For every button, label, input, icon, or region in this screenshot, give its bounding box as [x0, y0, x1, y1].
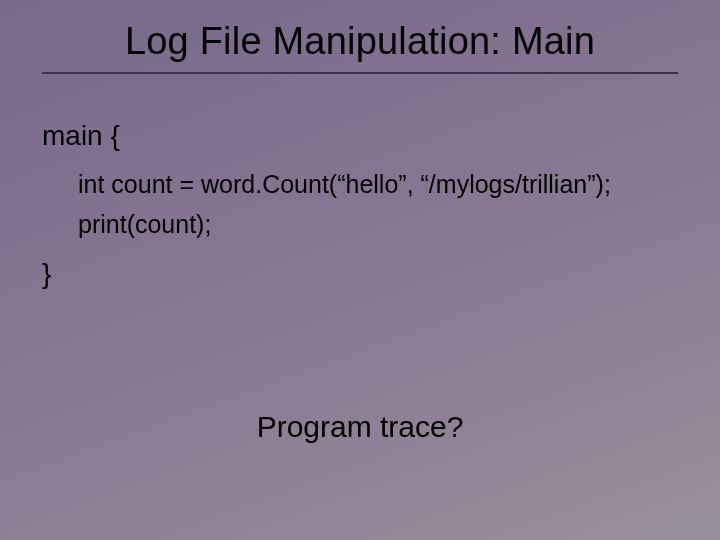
slide-title: Log File Manipulation: Main	[0, 20, 720, 63]
title-underline	[42, 72, 678, 74]
code-line-2: print(count);	[78, 210, 211, 239]
code-main-close: }	[42, 258, 51, 290]
code-line-1: int count = word.Count(“hello”, “/mylogs…	[78, 170, 611, 199]
program-trace-question: Program trace?	[0, 410, 720, 444]
code-main-open: main {	[42, 120, 120, 152]
slide: Log File Manipulation: Main main { int c…	[0, 0, 720, 540]
